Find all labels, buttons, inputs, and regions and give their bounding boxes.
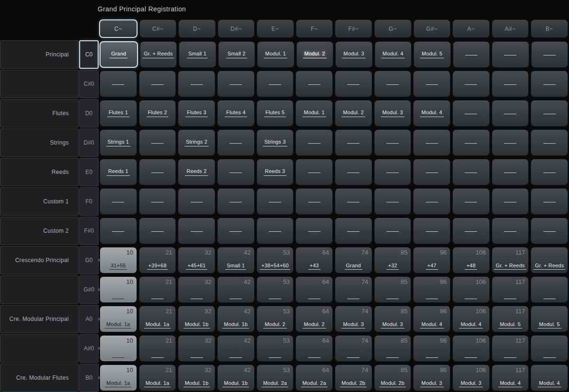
crescendo-cell[interactable]: 74 bbox=[335, 335, 372, 362]
column-header-A~[interactable]: A~ bbox=[452, 19, 490, 38]
crescendo-cell[interactable]: 21 bbox=[139, 276, 176, 303]
preset-cell[interactable] bbox=[492, 159, 529, 185]
preset-cell[interactable] bbox=[335, 188, 372, 215]
crescendo-cell[interactable]: 96Modul. 4 bbox=[413, 306, 450, 332]
note-cell-C0[interactable]: C0 bbox=[79, 40, 99, 69]
crescendo-cell[interactable] bbox=[531, 276, 568, 303]
preset-cell[interactable] bbox=[335, 218, 372, 244]
preset-cell[interactable] bbox=[335, 71, 372, 97]
column-header-C~[interactable]: C~ bbox=[99, 19, 138, 38]
preset-cell[interactable] bbox=[217, 159, 255, 185]
note-cell-D0[interactable]: D0 bbox=[79, 99, 99, 128]
crescendo-cell[interactable] bbox=[531, 335, 568, 362]
crescendo-cell[interactable]: 42Small 1 bbox=[217, 247, 255, 273]
preset-cell[interactable] bbox=[452, 100, 490, 127]
preset-cell[interactable] bbox=[139, 71, 176, 97]
crescendo-cell[interactable]: 106 bbox=[452, 276, 490, 303]
note-cell-C#0[interactable]: C#0 bbox=[79, 70, 99, 98]
preset-cell[interactable]: Grand bbox=[100, 41, 138, 68]
preset-cell[interactable]: Modul. 5 bbox=[413, 41, 451, 68]
note-cell-A#0[interactable]: A#0 bbox=[79, 334, 99, 363]
preset-cell[interactable]: Modul. 4 bbox=[375, 41, 412, 68]
note-cell-A0[interactable]: A0 bbox=[79, 305, 99, 333]
note-cell-F0[interactable]: F0 bbox=[79, 187, 99, 216]
crescendo-cell[interactable]: 42 bbox=[217, 335, 255, 362]
crescendo-cell[interactable]: 106+48 bbox=[452, 247, 490, 273]
crescendo-cell[interactable]: 53 bbox=[257, 335, 294, 362]
preset-cell[interactable] bbox=[374, 188, 412, 215]
note-cell-F#0[interactable]: F#0 bbox=[79, 217, 99, 245]
preset-cell[interactable] bbox=[217, 188, 255, 215]
crescendo-cell[interactable]: 10 bbox=[100, 335, 137, 362]
preset-cell[interactable] bbox=[257, 218, 294, 244]
crescendo-cell[interactable]: 42 bbox=[217, 276, 255, 303]
crescendo-cell[interactable]: 96Modul. 3 bbox=[413, 365, 450, 391]
column-header-A#~[interactable]: A#~ bbox=[492, 19, 529, 38]
crescendo-cell[interactable]: 53Modul. 2a bbox=[257, 365, 294, 391]
preset-cell[interactable] bbox=[413, 218, 450, 244]
preset-cell[interactable] bbox=[452, 159, 490, 185]
preset-cell[interactable] bbox=[413, 188, 450, 215]
preset-cell[interactable]: Modul. 1 bbox=[257, 41, 294, 68]
crescendo-cell[interactable]: 64 bbox=[295, 276, 333, 303]
note-cell-G0[interactable]: G0 bbox=[79, 246, 99, 274]
crescendo-cell[interactable]: 10Modul. 1a bbox=[100, 365, 137, 391]
preset-cell[interactable] bbox=[217, 218, 255, 244]
preset-cell[interactable]: Flutes 4 bbox=[217, 100, 255, 127]
preset-cell[interactable]: Gr. + Reeds bbox=[140, 41, 177, 68]
preset-cell[interactable] bbox=[178, 188, 215, 215]
preset-cell[interactable] bbox=[374, 159, 412, 185]
column-header-B~[interactable]: B~ bbox=[531, 19, 568, 38]
crescendo-cell[interactable]: 21Modul. 1a bbox=[139, 365, 176, 391]
preset-cell[interactable] bbox=[413, 159, 450, 185]
preset-cell[interactable]: Reeds 2 bbox=[178, 159, 215, 185]
crescendo-cell[interactable]: 74Modul. 3 bbox=[335, 306, 372, 332]
preset-cell[interactable]: Small 1 bbox=[179, 41, 216, 68]
crescendo-cell[interactable]: 85 bbox=[374, 276, 412, 303]
preset-cell[interactable] bbox=[531, 129, 568, 156]
preset-cell[interactable] bbox=[295, 188, 333, 215]
preset-cell[interactable]: Flutes 1 bbox=[100, 100, 137, 127]
preset-cell[interactable] bbox=[531, 218, 568, 244]
crescendo-cell[interactable]: 117 bbox=[492, 335, 529, 362]
preset-cell[interactable]: Modul. 3 bbox=[335, 41, 373, 68]
preset-cell[interactable] bbox=[492, 218, 529, 244]
preset-cell[interactable] bbox=[139, 188, 176, 215]
preset-cell[interactable] bbox=[452, 71, 490, 97]
crescendo-cell[interactable]: 42Modul. 1b bbox=[217, 365, 255, 391]
crescendo-cell[interactable]: 74Grand bbox=[335, 247, 372, 273]
crescendo-cell[interactable]: Modul. 4 bbox=[531, 365, 568, 391]
column-header-G~[interactable]: G~ bbox=[374, 19, 412, 38]
preset-cell[interactable]: Modul. 2 bbox=[296, 41, 334, 68]
preset-cell[interactable] bbox=[178, 218, 215, 244]
column-header-D#~[interactable]: D#~ bbox=[218, 19, 255, 38]
preset-cell[interactable] bbox=[492, 71, 529, 97]
crescendo-cell[interactable]: 106 bbox=[452, 335, 490, 362]
preset-cell[interactable] bbox=[452, 218, 490, 244]
crescendo-cell[interactable]: 96 bbox=[413, 335, 450, 362]
crescendo-cell[interactable]: 85Modul. 2b bbox=[374, 365, 412, 391]
preset-cell[interactable] bbox=[100, 71, 137, 97]
crescendo-cell[interactable]: Gr. + Reeds bbox=[531, 247, 568, 273]
crescendo-cell[interactable]: 117Modul. 5 bbox=[492, 306, 529, 332]
preset-cell[interactable] bbox=[531, 188, 568, 215]
crescendo-cell[interactable]: 10 bbox=[100, 276, 137, 303]
preset-cell[interactable] bbox=[100, 188, 137, 215]
preset-cell[interactable]: Flutes 5 bbox=[257, 100, 294, 127]
preset-cell[interactable]: Strings 2 bbox=[178, 129, 215, 156]
preset-cell[interactable] bbox=[531, 71, 568, 97]
preset-cell[interactable]: Strings 3 bbox=[257, 129, 294, 156]
crescendo-cell[interactable]: 106Modul. 4 bbox=[452, 306, 490, 332]
preset-cell[interactable] bbox=[139, 129, 176, 156]
crescendo-cell[interactable]: 85Modul. 3 bbox=[374, 306, 412, 332]
preset-cell[interactable] bbox=[413, 71, 450, 97]
crescendo-cell[interactable]: 42Modul. 1b bbox=[217, 306, 255, 332]
note-cell-G#0[interactable]: G#0 bbox=[79, 275, 99, 304]
preset-cell[interactable] bbox=[374, 218, 412, 244]
crescendo-cell[interactable]: 53 bbox=[257, 276, 294, 303]
preset-cell[interactable]: Flutes 2 bbox=[139, 100, 176, 127]
preset-cell[interactable] bbox=[335, 159, 372, 185]
preset-cell[interactable] bbox=[335, 129, 372, 156]
preset-cell[interactable]: Modul. 2 bbox=[335, 100, 372, 127]
preset-cell[interactable] bbox=[217, 129, 255, 156]
